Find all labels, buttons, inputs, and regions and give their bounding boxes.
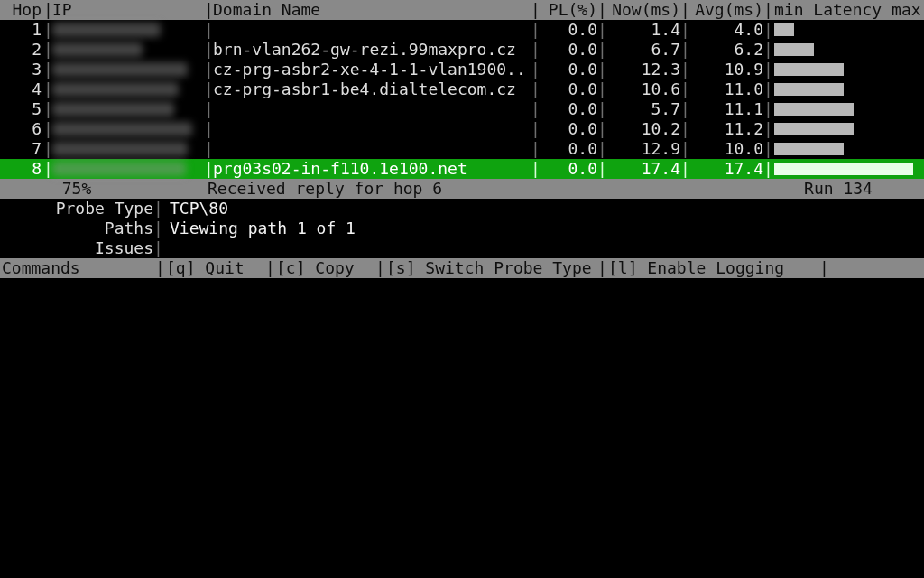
hop-pl: 0.0: [540, 99, 597, 119]
hop-number: 4: [0, 79, 43, 99]
hop-ip: xxxxxxxxxxxxxxx: [52, 139, 204, 159]
row-sep: |: [204, 60, 213, 79]
latency-bar: [774, 63, 844, 76]
row-sep: |: [597, 20, 606, 40]
cmd-quit[interactable]: [q] Quit: [164, 258, 265, 278]
hop-domain: prg03s02-in-f110.1e100.net: [213, 159, 531, 179]
hop-now: 6.7: [606, 40, 680, 60]
hop-row[interactable]: 5|xxxxxxxxxxxxxxx||0.0|5.7|11.1|: [0, 99, 924, 119]
redacted-ip: xxxxxxxxxxxxxxx: [52, 99, 199, 118]
hop-row[interactable]: 2|xxxxxxxxxxxxxxx|brn-vlan262-gw-rezi.99…: [0, 40, 924, 60]
row-sep: |: [204, 159, 213, 179]
hop-domain: [213, 99, 531, 119]
hop-avg: 11.1: [689, 99, 763, 119]
row-sep: |: [531, 79, 540, 99]
row-sep: |: [763, 40, 772, 60]
table-header: Hop | IP | Domain Name | PL(%) | Now(ms)…: [0, 0, 924, 20]
row-sep: |: [531, 60, 540, 79]
row-sep: |: [531, 99, 540, 119]
hop-row[interactable]: 6|xxxxxxxxxxxxxxx||0.0|10.2|11.2|: [0, 119, 924, 139]
row-sep: |: [531, 119, 540, 139]
row-sep: |: [43, 20, 52, 40]
row-sep: |: [43, 40, 52, 60]
hop-avg: 10.9: [689, 60, 763, 79]
hop-domain: cz-prg-asbr1-be4.dialtelecom.cz: [213, 79, 531, 99]
hop-row[interactable]: 1|xxxxxxxxxxxxxxx||0.0|1.4|4.0|: [0, 20, 924, 40]
info-sep: |: [153, 219, 162, 238]
status-run: Run 134: [753, 179, 924, 199]
cmd-enable-logging[interactable]: [l] Enable Logging: [606, 258, 819, 278]
row-sep: |: [43, 99, 52, 119]
hop-pl: 0.0: [540, 20, 597, 40]
redacted-ip: xxxxxxxxxxxxxxx: [52, 60, 199, 79]
row-sep: |: [680, 79, 689, 99]
commands-label: Commands: [0, 258, 155, 278]
row-sep: |: [43, 79, 52, 99]
header-sep: |: [763, 0, 772, 20]
row-sep: |: [204, 119, 213, 139]
cmd-switch-probe[interactable]: [s] Switch Probe Type: [384, 258, 597, 278]
hop-ip: xxxxxxxxxxxxxxx: [52, 60, 204, 79]
hop-avg: 11.0: [689, 79, 763, 99]
header-sep: |: [204, 0, 213, 20]
redacted-ip: xxxxxxxxxxxxxxx: [52, 79, 199, 98]
hop-pl: 0.0: [540, 159, 597, 179]
col-domain: Domain Name: [213, 0, 531, 20]
row-sep: |: [680, 60, 689, 79]
hop-ip: xxxxxxxxxxxxxxx: [52, 20, 204, 40]
hop-now: 12.3: [606, 60, 680, 79]
cmd-copy[interactable]: [c] Copy: [274, 258, 375, 278]
hop-pl: 0.0: [540, 40, 597, 60]
hop-row[interactable]: 4|xxxxxxxxxxxxxxx|cz-prg-asbr1-be4.dialt…: [0, 79, 924, 99]
hop-latency-bar: [772, 40, 924, 60]
hop-ip: xxxxxxxxxxxxxxx: [52, 99, 204, 119]
issues-label: Issues: [0, 238, 153, 258]
issues-value: [162, 238, 924, 258]
row-sep: |: [597, 139, 606, 159]
status-percent: 75%: [0, 179, 153, 199]
cmd-sep: |: [155, 258, 164, 278]
col-ip: IP: [52, 0, 204, 20]
hop-ip: xxxxxxxxxxxxxxx: [52, 79, 204, 99]
hop-number: 1: [0, 20, 43, 40]
hop-avg: 4.0: [689, 20, 763, 40]
cmd-sep: |: [375, 258, 384, 278]
hop-latency-bar: [772, 20, 924, 40]
row-sep: |: [597, 119, 606, 139]
row-sep: |: [204, 99, 213, 119]
header-sep: |: [531, 0, 540, 20]
row-sep: |: [763, 99, 772, 119]
probe-type-value: TCP\80: [162, 199, 924, 219]
hop-avg: 10.0: [689, 139, 763, 159]
hop-latency-bar: [772, 99, 924, 119]
row-sep: |: [531, 139, 540, 159]
command-bar: Commands | [q] Quit | [c] Copy | [s] Swi…: [0, 258, 924, 278]
hop-avg: 17.4: [689, 159, 763, 179]
row-sep: |: [597, 60, 606, 79]
redacted-ip: xxxxxxxxxxxxxxx: [52, 40, 199, 59]
hop-row[interactable]: 3|xxxxxxxxxxxxxxx|cz-prg-asbr2-xe-4-1-1-…: [0, 60, 924, 79]
header-sep: |: [597, 0, 606, 20]
redacted-ip: xxxxxxxxxxxxxxx: [52, 20, 199, 39]
row-sep: |: [597, 159, 606, 179]
hop-number: 2: [0, 40, 43, 60]
hop-domain: [213, 139, 531, 159]
status-bar: 75% Received reply for hop 6 Run 134: [0, 179, 924, 199]
row-sep: |: [763, 60, 772, 79]
hop-row[interactable]: 8|xxxxxxxxxxxxxxx|prg03s02-in-f110.1e100…: [0, 159, 924, 179]
hop-now: 5.7: [606, 99, 680, 119]
row-sep: |: [680, 20, 689, 40]
probe-type-label: Probe Type: [0, 199, 153, 219]
redacted-ip: xxxxxxxxxxxxxxx: [52, 159, 199, 178]
row-sep: |: [763, 20, 772, 40]
hop-row[interactable]: 7|xxxxxxxxxxxxxxx||0.0|12.9|10.0|: [0, 139, 924, 159]
col-hop: Hop: [0, 0, 43, 20]
hop-number: 7: [0, 139, 43, 159]
row-sep: |: [680, 159, 689, 179]
col-pl: PL(%): [540, 0, 597, 20]
row-sep: |: [531, 159, 540, 179]
hop-now: 1.4: [606, 20, 680, 40]
hop-number: 6: [0, 119, 43, 139]
row-sep: |: [680, 99, 689, 119]
hop-avg: 6.2: [689, 40, 763, 60]
